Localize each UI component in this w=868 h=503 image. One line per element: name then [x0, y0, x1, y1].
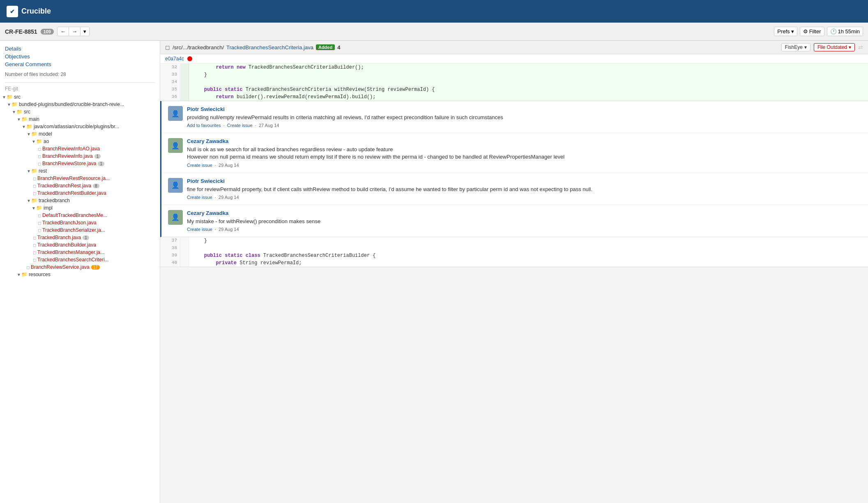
sidebar-item-general-comments[interactable]: General Comments: [5, 60, 155, 68]
line-content: return builder().reviewPermaId(reviewPer…: [189, 93, 868, 101]
commit-hash[interactable]: e0a7a4c: [165, 56, 184, 62]
prefs-button[interactable]: Prefs ▾: [774, 27, 797, 36]
tree-item-file-9[interactable]: ◻ TrackedBranchSerializer.ja...: [0, 226, 160, 234]
tree-label: ao: [44, 138, 49, 144]
tree-label: BranchReviewService.java: [31, 264, 90, 270]
file-icon: ◻: [38, 228, 41, 233]
tree-item-bundled[interactable]: ▼ 📁 bundled-plugins/bundled/crucible-bra…: [0, 101, 160, 108]
comment-actions-2: Create issue · 29 Aug 14: [187, 163, 861, 168]
logo-icon: ✔: [7, 6, 18, 17]
comment-item-2: 👤 Cezary Zawadka Null is ok as we search…: [161, 133, 868, 173]
tree-item-rest[interactable]: ▼ 📁 rest: [0, 167, 160, 175]
line-gutter: [181, 259, 189, 267]
comment-text-4: My mistake - for withReview() preconditi…: [187, 218, 861, 225]
code-line-35: 35 public static TrackedBranchesSearchCr…: [160, 86, 868, 93]
tree-label: TrackedBranchSerializer.ja...: [42, 227, 105, 233]
tree-label: bundled-plugins/bundled/crucible-branch-…: [19, 102, 124, 107]
code-line-37: 37 }: [160, 237, 868, 245]
line-gutter: [181, 78, 189, 86]
tree-item-ao[interactable]: ▼ 📁 ao: [0, 138, 160, 145]
create-issue-link-1[interactable]: Create issue: [227, 123, 253, 128]
tree-item-src2[interactable]: ▼ 📁 src: [0, 108, 160, 115]
folder-icon: 📁: [21, 272, 28, 277]
comment-author-1[interactable]: Piotr Swiecicki: [187, 106, 861, 112]
tree-item-main[interactable]: ▼ 📁 main: [0, 115, 160, 123]
tree-item-file-6[interactable]: ◻ TrackedBranchRestBuilder.java: [0, 189, 160, 197]
line-gutter: [181, 64, 189, 71]
file-comment-count: 4: [337, 44, 340, 51]
tree-label: BranchReviewInfoAO.java: [42, 146, 100, 152]
sidebar-divider: [5, 82, 155, 83]
tree-item-impl[interactable]: ▼ 📁 impl: [0, 204, 160, 212]
file-icon: ◻: [33, 235, 36, 240]
back-button[interactable]: ←: [58, 27, 69, 36]
add-favourites-link-1[interactable]: Add to favourites: [187, 123, 221, 128]
sidebar-files-info: Number of files included: 28: [0, 72, 160, 81]
tree-item-file-7[interactable]: ◻ DefaultTrackedBranchesMe...: [0, 212, 160, 219]
line-number: 38: [160, 245, 181, 252]
file-icon: ◻: [38, 154, 41, 159]
tree-label: impl: [44, 205, 53, 211]
tree-item-model[interactable]: ▼ 📁 model: [0, 130, 160, 138]
forward-button[interactable]: →: [69, 27, 81, 36]
file-badge: 1: [98, 162, 104, 166]
sidebar-item-details[interactable]: Details: [5, 45, 155, 53]
create-issue-link-3[interactable]: Create issue: [187, 195, 212, 200]
tree-toggle: ▼: [31, 206, 36, 210]
line-number: 36: [160, 93, 181, 101]
folder-icon: 📁: [7, 94, 13, 100]
line-number: 35: [160, 86, 181, 93]
tree-item-file-3[interactable]: ◻ BranchReviewStore.java 1: [0, 160, 160, 167]
filter-button[interactable]: ⚙ Filter: [800, 27, 824, 36]
fisheye-button[interactable]: FishEye ▾: [781, 43, 810, 51]
tree-item-file-11[interactable]: ◻ TrackedBranchBuilder.java: [0, 241, 160, 249]
line-content: private String reviewPermaId;: [189, 259, 868, 267]
tree-item-resources[interactable]: ▼ 📁 resources: [0, 271, 160, 278]
tree-item-src[interactable]: ▼ 📁 src: [0, 93, 160, 101]
tree-label: trackedbranch: [39, 198, 70, 203]
tree-item-file-4[interactable]: ◻ BranchReviewRestResource.ja...: [0, 175, 160, 182]
create-issue-link-4[interactable]: Create issue: [187, 227, 212, 232]
line-content: [189, 245, 868, 252]
tree-label: TrackedBranch.java: [37, 235, 81, 240]
code-line-38: 38: [160, 245, 868, 252]
tree-item-file-2[interactable]: ◻ BranchReviewInfo.java 1: [0, 152, 160, 160]
create-issue-link-2[interactable]: Create issue: [187, 163, 212, 168]
comment-author-4[interactable]: Cezary Zawadka: [187, 210, 861, 216]
fisheye-dropdown-icon: ▾: [804, 44, 807, 50]
comment-author-2[interactable]: Cezary Zawadka: [187, 138, 861, 144]
tree-item-file-14[interactable]: ◻ BranchReviewService.java 17: [0, 263, 160, 271]
tree-item-file-8[interactable]: ◻ TrackedBranchJson.java: [0, 219, 160, 226]
dropdown-button[interactable]: ▾: [81, 27, 89, 36]
sidebar-item-objectives[interactable]: Objectives: [5, 53, 155, 60]
fisheye-label: FishEye: [785, 44, 803, 50]
tree-item-file-10[interactable]: ◻ TrackedBranch.java 1: [0, 234, 160, 241]
file-icon: ◻: [38, 213, 41, 218]
line-number: 40: [160, 259, 181, 267]
tree-item-file-12[interactable]: ◻ TrackedBranchesManager.ja...: [0, 249, 160, 256]
file-path-file[interactable]: TrackedBranchesSearchCriteria.java: [226, 44, 313, 51]
file-icon: ◻: [38, 221, 41, 225]
tree-item-file-1[interactable]: ◻ BranchReviewInfoAO.java: [0, 145, 160, 152]
code-line-34: 34: [160, 78, 868, 86]
tree-label: model: [39, 131, 52, 137]
tree-toggle: ▼: [31, 139, 36, 144]
tree-item-file-13[interactable]: ◻ TrackedBranchesSearchCriteri...: [0, 256, 160, 263]
code-line-40: 40 private String reviewPermaId;: [160, 259, 868, 267]
tree-label: java/com/atlassian/crucible/plugins/br..…: [34, 124, 119, 129]
tree-item-trackedbranch[interactable]: ▼ 📁 trackedbranch: [0, 197, 160, 204]
file-icon: ◻: [33, 191, 36, 196]
tree-toggle: ▼: [16, 117, 21, 122]
time-display[interactable]: 🕐 1h 55min: [827, 27, 863, 36]
tree-toggle: ▼: [26, 198, 31, 203]
tree-toggle: ▼: [16, 272, 21, 277]
time-value: 1h 55min: [838, 28, 860, 35]
logo-text: Crucible: [21, 7, 51, 16]
comment-author-3[interactable]: Piotr Swiecicki: [187, 178, 861, 184]
content-area: ◻ /src/.../trackedbranch/TrackedBranches…: [160, 41, 868, 503]
folder-icon: 📁: [16, 109, 23, 115]
comment-item-4: 👤 Cezary Zawadka My mistake - for withRe…: [161, 205, 868, 237]
tree-item-java[interactable]: ▼ 📁 java/com/atlassian/crucible/plugins/…: [0, 123, 160, 130]
file-outdated-button[interactable]: File Outdated ▾: [814, 43, 855, 51]
tree-item-file-5[interactable]: ◻ TrackedBranchRest.java 8: [0, 182, 160, 189]
